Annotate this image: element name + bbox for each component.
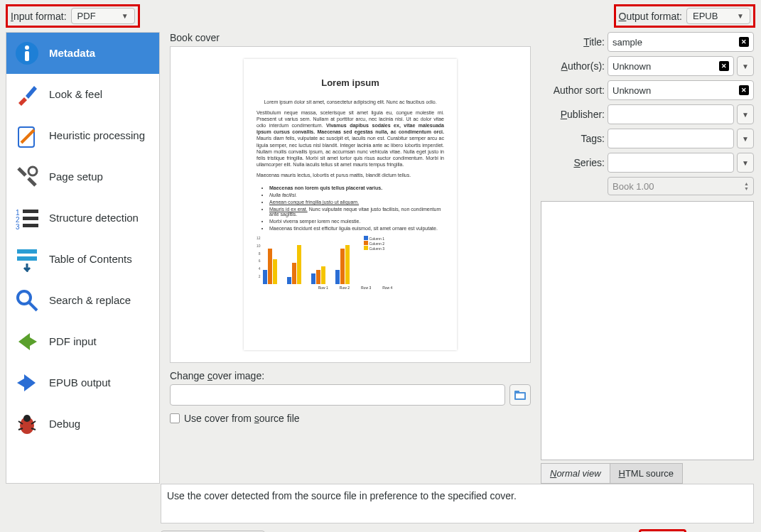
sidebar-item-label: Table of Contents bbox=[49, 253, 132, 266]
series-input[interactable] bbox=[608, 153, 734, 173]
cover-page: Lorem ipsum Lorem ipsum dolor sit amet, … bbox=[244, 59, 457, 350]
svg-rect-2 bbox=[25, 51, 29, 61]
search-icon bbox=[14, 287, 41, 314]
input-format-group: Input format: PDF ▼ bbox=[6, 4, 140, 28]
sidebar-item-toc[interactable]: Table of Contents bbox=[6, 239, 159, 280]
wand-icon bbox=[14, 122, 41, 149]
ok-button[interactable]: ✔ OK bbox=[639, 529, 686, 532]
cover-path-input[interactable] bbox=[170, 384, 505, 406]
toc-icon bbox=[14, 246, 41, 273]
publisher-input[interactable] bbox=[608, 104, 734, 124]
use-source-cover-row[interactable]: Use cover from source file bbox=[170, 413, 531, 424]
sidebar-item-label: Debug bbox=[49, 418, 80, 430]
output-format-value: EPUB bbox=[693, 11, 718, 21]
clear-icon[interactable]: ✕ bbox=[719, 61, 729, 71]
sidebar-item-metadata[interactable]: Metadata bbox=[6, 33, 159, 74]
svg-point-4 bbox=[28, 167, 37, 175]
series-label: Series: bbox=[541, 157, 605, 168]
tab-html-source[interactable]: HTML source bbox=[610, 463, 684, 484]
info-icon bbox=[14, 40, 41, 67]
svg-rect-17 bbox=[514, 391, 519, 393]
tags-input[interactable] bbox=[608, 129, 734, 148]
input-format-value: PDF bbox=[77, 11, 96, 21]
help-text: Use the cover detected from the source f… bbox=[161, 484, 754, 523]
output-format-combo[interactable]: EPUB ▼ bbox=[686, 8, 750, 24]
brush-icon bbox=[14, 81, 41, 108]
sidebar-item-search[interactable]: Search & replace bbox=[6, 280, 159, 321]
sidebar-item-pagesetup[interactable]: Page setup bbox=[6, 156, 159, 197]
sidebar: Metadata Look & feel Heuristic processin… bbox=[6, 32, 160, 484]
sidebar-item-label: PDF input bbox=[49, 335, 97, 348]
sidebar-item-label: Look & feel bbox=[49, 88, 102, 101]
output-format-label: Output format: bbox=[619, 11, 682, 22]
authors-input[interactable]: Unknown ✕ bbox=[608, 56, 734, 76]
clear-icon[interactable]: ✕ bbox=[739, 37, 749, 47]
change-cover-label: Change cover image: bbox=[170, 370, 531, 381]
svg-rect-12 bbox=[17, 256, 37, 261]
arrow-left-icon bbox=[14, 369, 41, 396]
use-source-cover-checkbox[interactable] bbox=[170, 413, 180, 423]
cover-body: Vestibulum neque massa, scelerisque sit … bbox=[257, 109, 444, 168]
input-format-combo[interactable]: PDF ▼ bbox=[71, 8, 135, 24]
spinner-arrows-icon[interactable]: ▲▼ bbox=[744, 181, 749, 191]
cover-list: Maecenas non lorem quis tellus placerat … bbox=[269, 183, 444, 233]
comments-editor[interactable] bbox=[541, 201, 754, 460]
browse-button[interactable] bbox=[509, 384, 531, 406]
tags-dropdown[interactable]: ▼ bbox=[737, 129, 754, 148]
sidebar-item-label: Heuristic processing bbox=[49, 129, 145, 142]
caret-down-icon: ▼ bbox=[122, 12, 129, 20]
author-sort-label: Author sort: bbox=[541, 85, 605, 96]
cover-p3: Maecenas mauris lectus, lobortis et puru… bbox=[257, 172, 444, 178]
clear-icon[interactable]: ✕ bbox=[739, 85, 749, 95]
authors-dropdown[interactable]: ▼ bbox=[737, 56, 754, 76]
caret-down-icon: ▼ bbox=[737, 12, 744, 20]
cover-chart: 12108642 Column 1Column 2Column 3 Row 1R… bbox=[257, 236, 444, 290]
sidebar-item-epuboutput[interactable]: EPUB output bbox=[6, 362, 159, 403]
sidebar-item-label: Page setup bbox=[49, 170, 103, 183]
svg-rect-10 bbox=[23, 224, 38, 227]
svg-rect-18 bbox=[516, 393, 524, 398]
tools-icon bbox=[14, 163, 41, 190]
svg-text:3: 3 bbox=[16, 223, 20, 231]
use-source-cover-label: Use cover from source file bbox=[184, 413, 300, 424]
sidebar-item-debug[interactable]: Debug bbox=[6, 403, 159, 445]
sidebar-item-structure[interactable]: 123 Structure detection bbox=[6, 197, 159, 239]
cover-heading: Lorem ipsum bbox=[257, 77, 444, 88]
book-number-spinner[interactable]: Book 1.00 ▲▼ bbox=[608, 177, 754, 195]
cover-intro: Lorem ipsum dolor sit amet, consectetur … bbox=[257, 99, 444, 105]
bug-icon bbox=[14, 411, 41, 438]
book-cover-label: Book cover bbox=[170, 32, 531, 43]
title-input[interactable]: sample ✕ bbox=[608, 32, 754, 52]
authors-label: Author(s): bbox=[541, 60, 605, 72]
output-format-group: Output format: EPUB ▼ bbox=[614, 4, 755, 28]
sidebar-item-lookfeel[interactable]: Look & feel bbox=[6, 74, 159, 115]
tags-label: Tags: bbox=[541, 133, 605, 144]
publisher-dropdown[interactable]: ▼ bbox=[737, 104, 754, 124]
publisher-label: Publisher: bbox=[541, 109, 605, 120]
svg-point-1 bbox=[25, 45, 29, 50]
sidebar-item-label: EPUB output bbox=[49, 376, 111, 389]
input-format-label: Input format: bbox=[11, 11, 67, 22]
tab-normal-view[interactable]: Normal view bbox=[541, 463, 610, 484]
sidebar-item-label: Structure detection bbox=[49, 212, 139, 224]
folder-icon bbox=[514, 389, 527, 401]
series-dropdown[interactable]: ▼ bbox=[737, 153, 754, 173]
svg-rect-9 bbox=[23, 217, 38, 220]
svg-rect-11 bbox=[17, 249, 37, 254]
author-sort-input[interactable]: Unknown ✕ bbox=[608, 80, 754, 100]
arrow-right-icon bbox=[14, 328, 41, 355]
title-label: Title: bbox=[541, 36, 605, 48]
svg-rect-8 bbox=[23, 210, 38, 213]
svg-point-15 bbox=[23, 415, 31, 422]
list-icon: 123 bbox=[14, 205, 41, 232]
sidebar-item-label: Metadata bbox=[49, 47, 95, 60]
sidebar-item-pdfinput[interactable]: PDF input bbox=[6, 321, 159, 362]
sidebar-item-heuristic[interactable]: Heuristic processing bbox=[6, 115, 159, 156]
cover-preview: Lorem ipsum Lorem ipsum dolor sit amet, … bbox=[170, 46, 531, 363]
sidebar-item-label: Search & replace bbox=[49, 294, 131, 307]
svg-point-13 bbox=[18, 291, 31, 304]
